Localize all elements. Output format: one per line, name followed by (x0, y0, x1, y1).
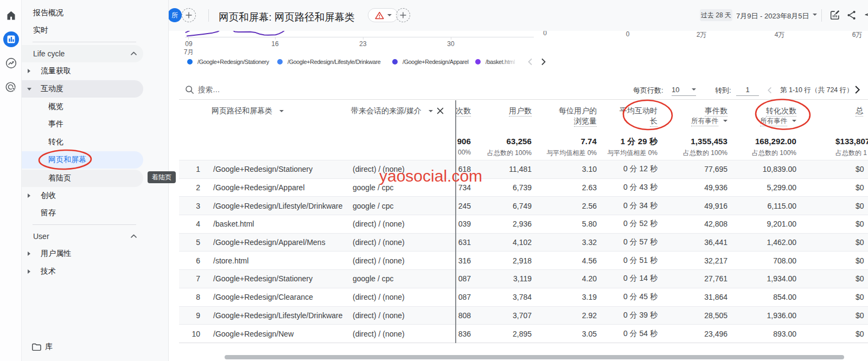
share-icon[interactable] (846, 9, 858, 21)
remove-dimension-icon[interactable] (436, 107, 444, 115)
advertising-icon[interactable] (0, 77, 22, 96)
legend-dot (277, 59, 283, 65)
event-count-filter[interactable]: 所有事件 (658, 117, 727, 126)
column-header-views-per-user-line2[interactable]: 浏览量 (532, 117, 597, 126)
table-row[interactable]: 1 /Google+Redesign/Stationery (direct) /… (179, 160, 868, 178)
edit-report-icon[interactable] (829, 9, 841, 21)
legend-next-icon[interactable] (539, 57, 547, 66)
chevron-up-icon (131, 234, 137, 238)
row-views: 734 (456, 183, 471, 192)
table-row[interactable]: 9 /Google+Redesign/Lifestyle/Drinkware (… (179, 306, 868, 325)
column-header-views-per-user[interactable]: 每位用户的 (532, 106, 597, 116)
column-header-page-path[interactable]: 网页路径和屏幕类 (212, 106, 284, 116)
row-conversions: 854.00 (728, 293, 796, 301)
explore-icon[interactable] (0, 53, 22, 73)
date-range-caret-icon[interactable] (813, 14, 817, 16)
nav-item-tech[interactable]: 技术 (22, 263, 143, 280)
table-row[interactable]: 3 /Google+Redesign/Lifestyle/Drinkware g… (179, 196, 868, 215)
nav-item-library[interactable]: 库 (22, 338, 143, 356)
row-users: 3,119 (471, 274, 532, 283)
row-event-count: 32,217 (658, 256, 727, 265)
legend-dot (475, 59, 481, 65)
row-avg-engagement: 0 分 14 秒 (597, 274, 658, 283)
row-revenue: $0 (856, 183, 864, 192)
nav-item-snapshot[interactable]: 报告概况 (22, 4, 143, 22)
column-header-session-source[interactable]: 带来会话的来源/媒介 (351, 106, 433, 116)
row-views-per-user: 2.92 (532, 311, 597, 320)
total-avg-engagement: 1 分 29 秒 (597, 137, 658, 147)
nav-item-events[interactable]: 事件 (22, 115, 143, 133)
insights-icon[interactable] (864, 9, 868, 21)
nav-item-acquisition[interactable]: 流量获取 (22, 62, 143, 80)
nav-item-label: 实时 (22, 25, 48, 35)
horizontal-scrollbar-thumb[interactable] (225, 355, 844, 359)
total-event-count: 1,355,453 (658, 137, 727, 146)
column-resize-divider[interactable] (455, 100, 456, 343)
table-row[interactable]: 7 /Google+Redesign/Stationery google / c… (179, 269, 868, 288)
next-page-icon[interactable] (852, 85, 862, 95)
comparison-chip-all-users[interactable]: 所 (168, 8, 182, 22)
row-views-per-user: 2.56 (532, 202, 597, 210)
row-session-source: google / cpc (353, 274, 394, 283)
x-tick-label: 23 (352, 40, 374, 48)
legend-item[interactable]: /Google+Redesign/Lifestyle/Drinkware (277, 56, 380, 67)
nav-item-monetization[interactable]: 创收 (22, 187, 143, 204)
table-row[interactable]: 6 /store.html (direct) / (none) 316 2,91… (179, 251, 868, 269)
column-header-avg-engagement[interactable]: 平均互动时 (597, 106, 658, 116)
row-revenue: $0 (856, 293, 864, 301)
column-header-label: 事件数 (705, 106, 727, 117)
column-header-conversions[interactable]: 转化次数 (728, 106, 796, 116)
column-header-event-count[interactable]: 事件数 (658, 106, 727, 116)
table-body: 1 /Google+Redesign/Stationery (direct) /… (179, 160, 868, 343)
home-icon[interactable] (0, 5, 22, 25)
total-event-count-sub: 占总数的 100% (658, 149, 727, 158)
conversions-filter[interactable]: 所有事件 (728, 117, 796, 126)
table-row[interactable]: 2 /Google+Redesign/Apparel google / cpc … (179, 178, 868, 197)
search-input[interactable]: 搜索… (198, 85, 220, 95)
row-conversions: 10,839.00 (728, 165, 796, 173)
nav-item-conversions[interactable]: 转化 (22, 133, 143, 151)
column-header-label: 浏览量 (574, 117, 597, 127)
row-number: 6 (190, 256, 200, 265)
chevron-down-icon (387, 14, 392, 16)
total-conversions-sub: 占总数的 100% (728, 149, 796, 158)
table-row[interactable]: 5 /Google+Redesign/Apparel/Mens (direct)… (179, 233, 868, 252)
nav-item-overview[interactable]: 概览 (22, 98, 143, 115)
nav-item-pages-screens-selected[interactable]: 网页和屏幕 (22, 151, 143, 169)
table-row[interactable]: 10 /Google+Redesign/New (direct) / (none… (179, 324, 868, 343)
column-header-revenue[interactable]: 总 (856, 106, 863, 116)
nav-item-user-attributes[interactable]: 用户属性 (22, 245, 143, 262)
table-row[interactable]: 8 /Google+Redesign/Clearance (direct) / … (179, 288, 868, 306)
legend-item[interactable]: /Google+Redesign/Apparel (392, 56, 469, 67)
row-session-source: (direct) / (none) (353, 220, 405, 228)
add-comparison-button[interactable] (182, 8, 196, 22)
goto-page-input[interactable]: 1 (736, 86, 759, 96)
reports-icon[interactable] (0, 29, 22, 49)
nav-item-realtime[interactable]: 实时 (22, 22, 143, 39)
total-views-sub: 00% (456, 149, 471, 156)
data-quality-button[interactable] (368, 8, 398, 22)
column-header-views[interactable]: 次数 (456, 106, 471, 116)
nav-section-life-cycle[interactable]: Life cycle (22, 45, 143, 62)
nav-item-label: 报告概况 (22, 8, 63, 18)
metric-filter-label: 所有事件 (691, 117, 718, 126)
row-number: 8 (190, 293, 200, 301)
row-session-source: google / cpc (353, 183, 394, 192)
date-preset-chip[interactable]: 过去 28 天 (700, 9, 732, 21)
row-session-source: (direct) / (none) (353, 330, 405, 338)
column-header-label: 总 (856, 106, 863, 117)
nav-item-engagement[interactable]: 互动度 (22, 80, 143, 98)
column-header-users[interactable]: 用户数 (471, 106, 532, 116)
table-toolbar: 搜索… 每页行数: 10 转到: 1 第 1-10 行（共 724 行） (179, 80, 868, 100)
nav-item-retention[interactable]: 留存 (22, 204, 143, 222)
rows-per-page-select[interactable]: 10 (672, 86, 696, 96)
nav-item-landing-page[interactable]: 着陆页 (22, 170, 143, 187)
table-row[interactable]: 4 /basket.html (direct) / (none) 039 2,9… (179, 215, 868, 233)
add-report-item-button[interactable] (396, 8, 410, 22)
legend-item[interactable]: /Google+Redesign/Stationery (187, 56, 269, 67)
bar-axis-tick: 0 (616, 30, 640, 38)
date-range-text[interactable]: 7月9日 - 2023年8月5日 (736, 11, 809, 21)
row-number: 5 (190, 238, 200, 247)
column-header-avg-engagement-line2[interactable]: 长 (597, 117, 658, 126)
nav-section-user[interactable]: User (22, 228, 143, 245)
